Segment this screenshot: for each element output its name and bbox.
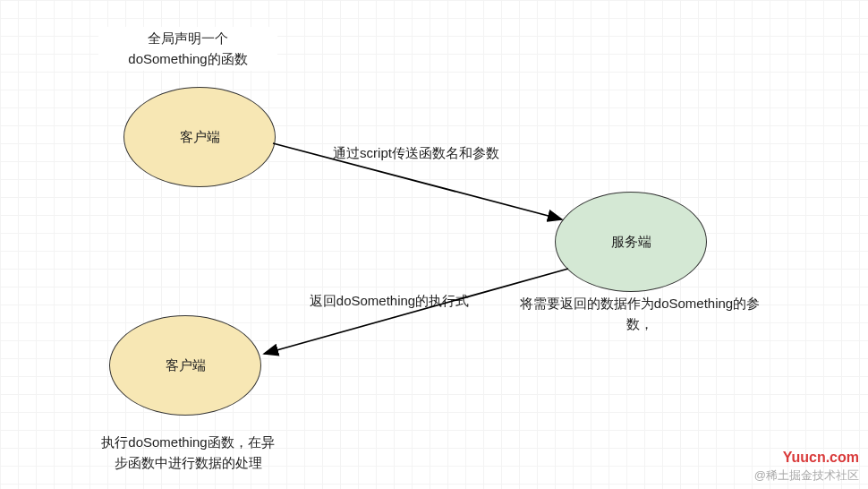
arrow2-label: 返回doSomething的执行式 [286,291,492,312]
arrow2-text: 返回doSomething的执行式 [310,293,469,308]
bottom-note: 执行doSomething函数，在异 步函数中进行数据的处理 [85,433,291,473]
node-client-bottom: 客户端 [109,315,261,416]
top-note-text: 全局声明一个 doSomething的函数 [128,30,247,66]
bottom-note-text: 执行doSomething函数，在异 步函数中进行数据的处理 [101,434,274,470]
watermark-community: @稀土掘金技术社区 [754,468,859,484]
arrow1-label: 通过script传送函数名和参数 [313,143,519,164]
node-server: 服务端 [555,192,707,292]
arrow1-text: 通过script传送函数名和参数 [333,145,499,160]
diagram-arrows [0,0,868,489]
node-client-bottom-label: 客户端 [166,357,206,374]
watermark-site: Yuucn.com [783,450,859,466]
node-client-top: 客户端 [123,87,276,187]
server-note-text: 将需要返回的数据作为doSomething的参 数， [520,296,760,331]
node-server-label: 服务端 [611,234,651,251]
node-client-top-label: 客户端 [180,129,220,146]
top-note: 全局声明一个 doSomething的函数 [98,27,277,71]
server-note: 将需要返回的数据作为doSomething的参 数， [501,294,779,334]
